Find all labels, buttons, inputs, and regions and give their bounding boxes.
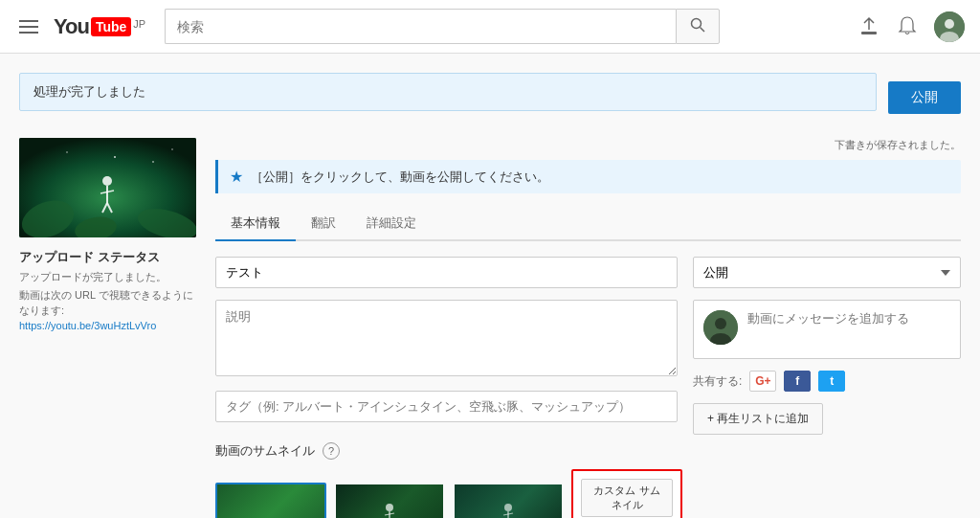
user-avatar <box>703 310 738 345</box>
google-plus-icon: G+ <box>755 374 770 388</box>
notifications-button[interactable] <box>896 15 919 38</box>
tags-row <box>215 391 678 422</box>
tags-input[interactable] <box>215 391 678 422</box>
tab-translation[interactable]: 翻訳 <box>296 207 351 241</box>
header-right <box>858 11 965 42</box>
thumbnail-bg-2 <box>336 484 443 519</box>
thumbnail-bg-3 <box>455 484 562 519</box>
svg-point-4 <box>945 19 954 29</box>
title-input[interactable] <box>215 257 678 288</box>
help-icon[interactable]: ? <box>323 442 340 460</box>
search-icon <box>690 17 705 33</box>
tab-basic-info[interactable]: 基本情報 <box>215 207 296 241</box>
form-right: 公開 限定公開 非公開 <box>693 257 961 435</box>
thumbnail-item-1[interactable] <box>215 483 326 519</box>
tab-advanced[interactable]: 詳細設定 <box>351 207 432 241</box>
thumbnail-image <box>19 138 196 237</box>
search-input[interactable] <box>165 9 676 44</box>
save-note: 下書きが保存されました。 <box>835 138 961 152</box>
add-playlist-button[interactable]: + 再生リストに追加 <box>693 403 823 435</box>
share-twitter-button[interactable]: t <box>818 371 845 392</box>
svg-point-29 <box>504 504 512 511</box>
visibility-row: 公開 限定公開 非公開 <box>693 257 961 288</box>
upload-status: アップロード ステータス アップロードが完了しました。 動画は次の URL で視… <box>19 249 196 332</box>
star-icon: ★ <box>230 168 243 186</box>
upload-icon <box>858 16 880 37</box>
thumbnail-item-3[interactable] <box>453 483 564 519</box>
svg-point-12 <box>152 161 154 163</box>
notice-complete-text: 処理が完了しました <box>33 83 145 101</box>
svg-point-11 <box>66 151 68 153</box>
thumb-figure-2 <box>366 494 413 518</box>
title-row <box>215 257 678 288</box>
message-input[interactable] <box>747 310 950 349</box>
form-left <box>215 257 678 435</box>
bell-icon <box>898 16 917 37</box>
app-header: You Tube JP <box>0 0 980 54</box>
info-text: ［公開］をクリックして、動画を公開してください。 <box>251 169 549 186</box>
video-thumbnail-preview <box>19 138 196 237</box>
playlist-row: + 再生リストに追加 <box>693 403 961 435</box>
status-title: アップロード ステータス <box>19 249 196 266</box>
share-facebook-button[interactable]: f <box>784 371 811 392</box>
twitter-icon: t <box>830 374 834 388</box>
content-area: アップロード ステータス アップロードが完了しました。 動画は次の URL で視… <box>19 138 961 518</box>
svg-point-24 <box>386 504 393 511</box>
thumbnail-label-text: 動画のサムネイル <box>215 442 315 460</box>
publish-button[interactable]: 公開 <box>888 81 961 114</box>
notice-bar: 処理が完了しました <box>19 73 877 111</box>
avatar-icon <box>934 11 965 42</box>
notice-row: 処理が完了しました 公開 <box>19 73 961 123</box>
avatar[interactable] <box>934 11 965 42</box>
status-desc2: 動画は次の URL で視聴できるようになります: <box>19 288 196 318</box>
svg-rect-2 <box>861 32 877 34</box>
facebook-icon: f <box>795 374 799 388</box>
description-row <box>215 300 678 379</box>
share-row: 共有する: G+ f t <box>693 371 961 392</box>
youtube-logo: You Tube JP <box>54 14 145 39</box>
svg-point-20 <box>715 318 726 329</box>
custom-thumbnail-button[interactable]: カスタム サムネイル <box>581 479 673 517</box>
upload-button[interactable] <box>858 15 880 38</box>
form-area: 公開 限定公開 非公開 <box>215 257 961 435</box>
thumbnail-section: 動画のサムネイル ? <box>215 442 961 518</box>
main-content: 処理が完了しました 公開 <box>0 54 980 518</box>
svg-point-0 <box>692 19 702 29</box>
info-bar: ★ ［公開］をクリックして、動画を公開してください。 <box>215 160 961 193</box>
visibility-select[interactable]: 公開 限定公開 非公開 <box>693 257 961 288</box>
thumb-figure-3 <box>484 494 532 518</box>
message-box <box>693 300 961 359</box>
svg-line-1 <box>701 28 705 33</box>
svg-point-10 <box>114 156 116 158</box>
user-avatar-icon <box>703 310 738 345</box>
share-label: 共有する: <box>693 373 742 390</box>
search-button[interactable] <box>676 9 720 44</box>
tabs: 基本情報 翻訳 詳細設定 <box>215 207 961 241</box>
status-desc1: アップロードが完了しました。 <box>19 270 196 284</box>
logo-you-text: You <box>54 14 89 39</box>
thumb-figure-1 <box>247 494 295 518</box>
logo-tube-text: Tube <box>91 17 131 36</box>
custom-thumbnail-box: カスタム サムネイル 最大ファイル サイズは２MB です。 <box>571 469 682 518</box>
thumbnail-bg-1 <box>217 484 324 519</box>
logo-jp-text: JP <box>133 18 145 30</box>
status-link[interactable]: https://youtu.be/3wuHztLvVro <box>19 320 156 331</box>
share-google-button[interactable]: G+ <box>749 371 776 392</box>
thumbnail-label: 動画のサムネイル ? <box>215 442 961 460</box>
left-panel: アップロード ステータス アップロードが完了しました。 動画は次の URL で視… <box>19 138 196 518</box>
menu-button[interactable] <box>15 16 42 37</box>
description-input[interactable] <box>215 300 678 376</box>
right-panel: 下書きが保存されました。 ★ ［公開］をクリックして、動画を公開してください。 … <box>215 138 961 518</box>
header-left: You Tube JP <box>15 14 145 39</box>
thumbnails-row: カスタム サムネイル 最大ファイル サイズは２MB です。 <box>215 469 961 518</box>
thumbnail-item-2[interactable] <box>334 483 445 519</box>
search-bar <box>165 9 720 44</box>
svg-point-14 <box>102 176 112 186</box>
svg-point-13 <box>171 148 172 149</box>
